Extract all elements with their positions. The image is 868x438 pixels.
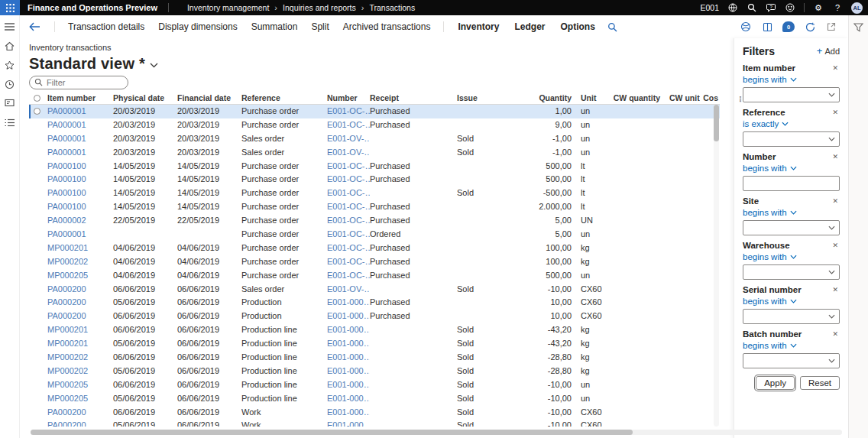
row-select-cell[interactable] bbox=[29, 283, 47, 297]
table-row[interactable]: PA00010014/05/201914/05/2019Purchase ord… bbox=[29, 173, 720, 187]
combo-chevron-icon[interactable] bbox=[828, 225, 835, 230]
filter-value-input[interactable] bbox=[743, 131, 840, 147]
horizontal-scrollbar-thumb[interactable] bbox=[31, 430, 633, 435]
cell-number[interactable]: E001-OV-… bbox=[327, 283, 370, 297]
row-select-cell[interactable] bbox=[29, 146, 47, 160]
cell-number[interactable]: E001-OC-… bbox=[327, 269, 370, 283]
cell-item[interactable]: MP000201 bbox=[47, 323, 113, 337]
cell-item[interactable]: PA000001 bbox=[47, 105, 113, 118]
cell-item[interactable]: PA000100 bbox=[47, 187, 113, 200]
row-select-cell[interactable] bbox=[29, 378, 47, 392]
cell-item[interactable]: MP000205 bbox=[47, 392, 113, 406]
table-row[interactable]: PA00020006/06/201906/06/2019WorkE001-000… bbox=[29, 406, 720, 420]
apply-button[interactable]: Apply bbox=[756, 376, 795, 390]
table-row[interactable]: PA00020006/06/201906/06/2019ProductionE0… bbox=[29, 310, 720, 323]
combo-chevron-icon[interactable] bbox=[828, 270, 835, 274]
table-row[interactable]: MP00020106/06/201906/06/2019Production l… bbox=[29, 323, 720, 337]
combo-chevron-icon[interactable] bbox=[828, 92, 835, 97]
cell-number[interactable]: E001-000… bbox=[327, 323, 370, 337]
cell-item[interactable]: MP000202 bbox=[47, 255, 113, 269]
menu-hamburger-icon[interactable] bbox=[5, 21, 15, 32]
table-row[interactable]: MP00020206/06/201906/06/2019Production l… bbox=[29, 351, 720, 365]
row-select-cell[interactable] bbox=[29, 323, 47, 337]
row-select-cell[interactable] bbox=[29, 365, 47, 378]
table-row[interactable]: MP00020205/06/201906/06/2019Production l… bbox=[29, 365, 720, 378]
modules-list-icon[interactable] bbox=[5, 117, 15, 128]
cell-number[interactable]: E001-OC-… bbox=[327, 242, 370, 255]
row-select-cell[interactable] bbox=[29, 160, 47, 174]
row-select-cell[interactable] bbox=[29, 242, 47, 255]
cell-item[interactable]: MP000202 bbox=[47, 351, 113, 365]
cell-number[interactable]: E001-OV-… bbox=[327, 132, 370, 146]
add-filter-button[interactable]: + Add bbox=[817, 47, 840, 56]
cell-item[interactable]: PA000001 bbox=[47, 132, 113, 146]
cell-number[interactable]: E001-OC-… bbox=[327, 200, 370, 214]
action-menu-tab[interactable]: Ledger bbox=[507, 21, 552, 32]
cell-item[interactable]: MP000205 bbox=[47, 378, 113, 392]
close-icon[interactable]: ✕ bbox=[831, 152, 840, 161]
recent-clock-icon[interactable] bbox=[5, 79, 15, 89]
column-header[interactable]: Unit bbox=[576, 92, 610, 104]
combo-chevron-icon[interactable] bbox=[828, 137, 835, 141]
cell-item[interactable]: PA000002 bbox=[47, 214, 113, 228]
cell-number[interactable]: E001-000… bbox=[327, 392, 370, 406]
personalize-icon[interactable] bbox=[740, 21, 752, 33]
action-menu-tab[interactable]: Inventory bbox=[450, 21, 507, 32]
app-title[interactable]: Finance and Operations Preview bbox=[20, 3, 168, 12]
cell-number[interactable]: E001-000… bbox=[327, 351, 370, 365]
filter-operator-link[interactable]: begins with bbox=[743, 341, 840, 350]
action-item[interactable]: Summation bbox=[245, 21, 305, 32]
row-select-cell[interactable] bbox=[29, 173, 47, 187]
view-selector[interactable]: Standard view * bbox=[29, 54, 734, 73]
table-row[interactable]: MP00020504/06/201904/06/2019Purchase ord… bbox=[29, 269, 720, 283]
table-row[interactable]: MP00020204/06/201904/06/2019Purchase ord… bbox=[29, 255, 720, 269]
avatar[interactable]: AL bbox=[851, 2, 863, 14]
cell-number[interactable]: E001-OV-… bbox=[327, 146, 370, 160]
cell-number[interactable]: E001-OC-… bbox=[327, 255, 370, 269]
gear-icon[interactable]: ⚙ bbox=[813, 2, 824, 13]
cell-item[interactable]: PA000200 bbox=[47, 310, 113, 323]
cell-number[interactable]: E001-OC-… bbox=[327, 118, 370, 132]
row-select-cell[interactable] bbox=[29, 200, 47, 214]
back-icon[interactable] bbox=[29, 22, 40, 31]
cell-item[interactable]: PA000200 bbox=[47, 296, 113, 310]
cell-number[interactable]: E001-000… bbox=[327, 378, 370, 392]
globe-icon[interactable] bbox=[727, 2, 738, 13]
chevron-down-icon[interactable] bbox=[150, 63, 158, 68]
table-row[interactable]: PA00010014/05/201914/05/2019Purchase ord… bbox=[29, 200, 720, 214]
filter-operator-link[interactable]: begins with bbox=[743, 297, 840, 306]
reset-button[interactable]: Reset bbox=[800, 376, 840, 390]
cell-number[interactable]: E001-000… bbox=[327, 365, 370, 378]
cell-number[interactable]: E001-OC-… bbox=[327, 214, 370, 228]
cell-item[interactable]: PA000200 bbox=[47, 419, 113, 427]
cell-item[interactable]: MP000201 bbox=[47, 242, 113, 255]
search-icon[interactable] bbox=[747, 2, 757, 13]
column-header[interactable]: Reference bbox=[241, 92, 327, 104]
row-select-cell[interactable] bbox=[29, 406, 47, 420]
cell-item[interactable]: PA000100 bbox=[47, 200, 113, 214]
cell-item[interactable]: MP000202 bbox=[47, 365, 113, 378]
close-icon[interactable]: ✕ bbox=[831, 285, 840, 294]
filter-operator-link[interactable]: begins with bbox=[743, 75, 840, 84]
row-select-cell[interactable] bbox=[29, 187, 47, 200]
actionbar-search-icon[interactable] bbox=[607, 22, 617, 32]
filter-operator-link[interactable]: begins with bbox=[743, 164, 840, 173]
vertical-scrollbar[interactable] bbox=[714, 105, 719, 427]
filter-operator-link[interactable]: begins with bbox=[743, 208, 840, 217]
workspaces-icon[interactable] bbox=[5, 98, 15, 109]
table-row[interactable]: MP00020105/06/201906/06/2019Production l… bbox=[29, 337, 720, 351]
action-item[interactable]: Transaction details bbox=[61, 21, 151, 32]
column-header[interactable]: Quantity bbox=[521, 92, 576, 104]
horizontal-scrollbar[interactable] bbox=[31, 430, 842, 435]
cell-item[interactable]: PA000200 bbox=[47, 406, 113, 420]
breadcrumb-item[interactable]: Inventory management bbox=[187, 3, 269, 12]
row-select-cell[interactable] bbox=[29, 132, 47, 146]
row-select-cell[interactable] bbox=[29, 105, 47, 118]
breadcrumb-item[interactable]: Inquiries and reports bbox=[283, 3, 356, 12]
smiley-icon[interactable] bbox=[785, 2, 795, 13]
column-header[interactable]: CW unit bbox=[665, 92, 700, 104]
close-icon[interactable]: ✕ bbox=[831, 63, 840, 73]
breadcrumb-item[interactable]: Transactions bbox=[369, 3, 415, 12]
row-select-cell[interactable] bbox=[29, 214, 47, 228]
waffle-icon[interactable] bbox=[0, 0, 20, 15]
